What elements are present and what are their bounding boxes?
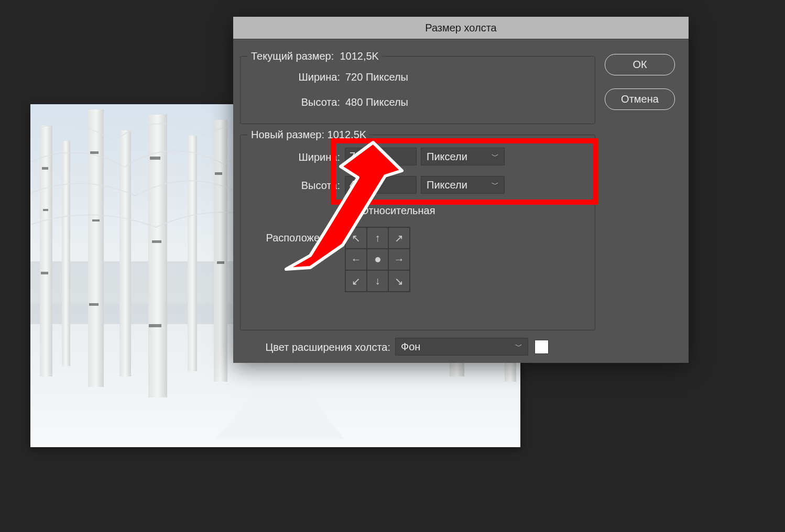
anchor-grid: ↖ ↑ ↗ ← → ↙ ↓ ↘ (345, 227, 410, 292)
anchor-top[interactable]: ↑ (367, 227, 388, 249)
anchor-top-left[interactable]: ↖ (345, 227, 367, 249)
svg-rect-27 (149, 324, 161, 327)
ok-button-label: ОК (633, 59, 647, 71)
anchor-right[interactable]: → (388, 249, 410, 270)
extension-color-label: Цвет расширения холста: (244, 341, 390, 353)
current-width-value: 720 Пикселы (345, 71, 408, 83)
svg-rect-19 (42, 167, 48, 170)
current-height-label: Высота: (288, 96, 340, 108)
new-height-input[interactable]: 480 (345, 176, 417, 194)
svg-rect-22 (90, 151, 99, 154)
arrow-down-right-icon: ↘ (395, 275, 404, 287)
anchor-bottom[interactable]: ↓ (367, 270, 388, 292)
svg-rect-23 (92, 219, 100, 221)
cancel-button-label: Отмена (621, 93, 659, 105)
new-width-input[interactable]: 720 (345, 148, 417, 165)
anchor-center-dot-icon (375, 257, 380, 262)
svg-rect-24 (89, 303, 99, 306)
relative-checkbox[interactable] (345, 206, 356, 217)
extension-color-select[interactable]: Фон ﹀ (395, 338, 528, 356)
current-width-label: Ширина: (288, 71, 340, 83)
new-width-label: Ширина: (297, 151, 340, 163)
new-size-legend: Новый размер: 1012,5K (248, 129, 369, 141)
dialog-titlebar[interactable]: Размер холста (233, 17, 689, 39)
svg-rect-29 (217, 261, 224, 264)
svg-rect-4 (62, 141, 70, 366)
arrow-down-icon: ↓ (375, 275, 380, 287)
relative-checkbox-label: Относительная (361, 205, 435, 217)
new-width-unit-value: Пиксели (427, 151, 467, 163)
new-height-unit-value: Пиксели (427, 179, 467, 191)
new-height-label: Высота: (297, 180, 340, 192)
arrow-up-left-icon: ↖ (352, 232, 361, 245)
current-height-value: 480 Пикселы (345, 96, 408, 108)
svg-rect-9 (214, 120, 227, 382)
anchor-left[interactable]: ← (345, 249, 367, 270)
arrow-up-right-icon: ↗ (395, 232, 404, 245)
ok-button[interactable]: ОК (605, 54, 675, 75)
arrow-left-icon: ← (351, 253, 362, 265)
svg-rect-5 (88, 109, 104, 387)
svg-rect-26 (152, 240, 161, 243)
arrow-up-icon: ↑ (375, 232, 380, 244)
arrow-down-left-icon: ↙ (352, 275, 361, 287)
anchor-label: Расположение: (261, 232, 340, 244)
svg-rect-21 (41, 272, 48, 274)
fieldset-current-size: Текущий размер: 1012,5K Ширина: 720 Пикс… (240, 56, 595, 124)
svg-rect-20 (43, 209, 48, 211)
anchor-bottom-right[interactable]: ↘ (388, 270, 410, 292)
arrow-right-icon: → (394, 253, 405, 265)
current-size-legend: Текущий размер: 1012,5K (248, 50, 382, 62)
svg-rect-28 (215, 172, 222, 175)
chevron-down-icon: ﹀ (492, 180, 499, 190)
extension-color-value: Фон (401, 341, 420, 353)
svg-rect-8 (188, 136, 197, 371)
svg-rect-25 (150, 157, 160, 160)
anchor-center[interactable] (367, 249, 388, 270)
fieldset-new-size: Новый размер: 1012,5K Ширина: 720 Пиксел… (240, 135, 595, 330)
canvas-size-dialog: Размер холста Текущий размер: 1012,5K Ши… (233, 17, 689, 363)
anchor-bottom-left[interactable]: ↙ (345, 270, 367, 292)
new-height-unit-select[interactable]: Пиксели ﹀ (421, 176, 505, 194)
extension-color-swatch[interactable] (535, 340, 549, 354)
chevron-down-icon: ﹀ (492, 152, 499, 161)
anchor-top-right[interactable]: ↗ (388, 227, 410, 249)
chevron-down-icon: ﹀ (515, 342, 522, 351)
dialog-title: Размер холста (425, 22, 496, 34)
cancel-button[interactable]: Отмена (605, 88, 675, 110)
svg-rect-3 (40, 125, 52, 376)
new-width-unit-select[interactable]: Пиксели ﹀ (421, 148, 505, 165)
